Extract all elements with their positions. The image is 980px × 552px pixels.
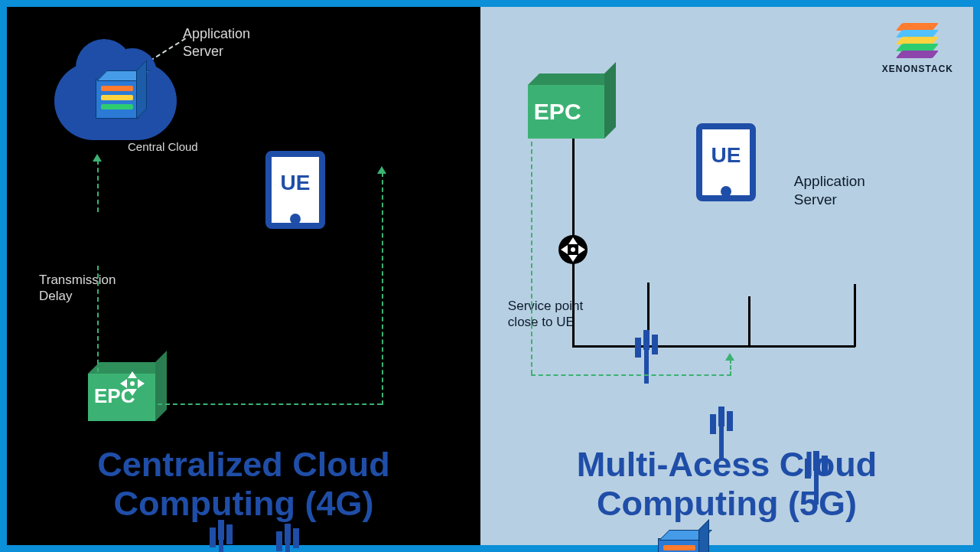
brand-name: XENONSTACK: [882, 64, 953, 74]
ue-device-icon: UE: [265, 151, 325, 229]
label-epc: EPC: [94, 384, 135, 408]
antenna-icon: [210, 520, 233, 552]
server-icon: [96, 79, 138, 119]
antenna-icon: [276, 524, 299, 552]
label-transmission-delay: Transmission Delay: [39, 272, 116, 305]
title-5g: Multi-Acess Cloud Computing (5G): [480, 445, 973, 524]
label-epc: EPC: [534, 99, 581, 125]
title-4g: Centralized Cloud Computing (4G): [7, 445, 480, 524]
label-ue: UE: [702, 143, 750, 168]
label-central-cloud: Central Cloud: [128, 140, 198, 155]
ue-device-icon: UE: [696, 123, 756, 201]
panel-4g: Application Server Central Cloud UE EPC …: [7, 7, 480, 545]
label-app-server: Application Server: [794, 172, 865, 209]
label-ue: UE: [272, 171, 319, 195]
epc-icon: EPC: [528, 85, 604, 139]
move-icon: [558, 235, 588, 264]
brand-logo: XENONSTACK: [882, 22, 953, 74]
cloud-icon: [54, 62, 177, 140]
label-app-server: Application Server: [183, 25, 250, 60]
server-icon: [658, 538, 701, 552]
panel-5g: XENONSTACK EPC UE Application Server Ser…: [480, 7, 973, 545]
